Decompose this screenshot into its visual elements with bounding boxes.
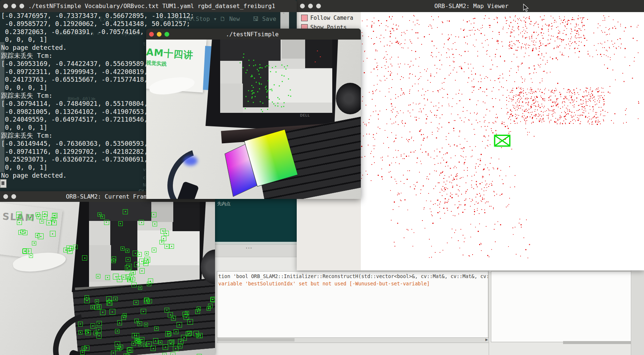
terminal-titlebar[interactable]: ./testNFTsimple Vocabulary/ORBvoc.txt TU… [0,0,297,12]
checkbox-icon[interactable] [301,15,308,21]
splitter-handle-icon[interactable]: ··· [246,246,253,251]
desktop: 先内点 ··· tion 'bool ORB_SLAM2::Initialize… [0,0,644,355]
messages-scrollbar[interactable]: ▶ [217,337,489,343]
dell-logo: DELL [300,114,310,117]
scrollbar-up-arrow-icon[interactable]: ˄ [283,12,285,16]
red-mark [315,62,316,62]
ide-code-scrollbar[interactable] [215,242,297,244]
follow-camera-option[interactable]: Follow Camera [301,15,353,21]
ide-build-messages[interactable]: tion 'bool ORB_SLAM2::Initializer::Recon… [217,271,488,338]
ide-output-panel[interactable] [491,271,631,342]
cable-blue-glow [184,156,197,166]
mouse-cursor-icon [523,4,529,12]
follow-camera-label: Follow Camera [310,15,353,21]
current-frame-window: ORB-SLAM2: Current Frame SLAM [0,191,215,355]
ide-code-comment: 先内点 [217,201,230,207]
ide-code-panel: 先内点 [215,199,297,244]
ide-side-tab-bleed [0,42,4,172]
terminal-title: ./testNFTsimple Vocabulary/ORBvoc.txt TU… [28,3,275,10]
close-button-icon[interactable] [149,32,154,37]
ide-right-scrollbar[interactable] [631,270,644,355]
red-mark [317,51,318,51]
nft-window: ./testNFTsimple AM十四讲 视觉实践 DELL [146,29,361,199]
ide-gutter-icon [0,179,7,188]
book-subtitle-text: 视觉实践 [146,60,167,68]
ide-splitter[interactable]: ··· [215,244,297,257]
red-mark [320,56,321,57]
map-viewer-titlebar[interactable]: ORB-SLAM2: Map Viewer [297,0,644,12]
ar-camera-view: AM十四讲 视觉实践 DELL [146,40,361,199]
window-button-icon[interactable] [19,4,24,8]
camera-frame-view: SLAM [0,202,215,355]
scrollbar-thumb[interactable] [218,338,295,341]
compiler-warning-context: tion 'bool ORB_SLAM2::Initializer::Recon… [218,273,488,279]
ide-panel-divider [489,270,489,355]
current-frame-title: ORB-SLAM2: Current Frame [66,193,151,200]
window-button-icon[interactable] [3,194,8,199]
window-button-icon[interactable] [11,194,16,199]
compiler-warning-message: variable 'bestSolutionIdx' set but not u… [218,281,430,286]
camera-frustum-icon [494,135,510,147]
window-button-icon[interactable] [3,4,8,8]
window-button-icon[interactable] [11,4,16,8]
laptop-screen-content [220,40,332,113]
book-title-text: AM十四讲 [146,46,194,62]
window-button-icon[interactable] [316,4,321,8]
fan-image [336,83,361,114]
window-button-icon[interactable] [308,4,313,8]
window-button-icon[interactable] [300,4,305,8]
ide-bottom-scroll-thumb[interactable] [563,341,631,344]
nft-title: ./testNFTsimple [226,31,279,38]
map-viewer-title: ORB-SLAM2: Map Viewer [434,3,508,10]
maximize-button-icon[interactable] [164,32,169,37]
scrollbar-right-arrow-icon[interactable]: ▶ [485,338,488,341]
minimize-button-icon[interactable] [157,32,162,37]
nft-titlebar[interactable]: ./testNFTsimple [146,29,361,40]
map-3d-view[interactable] [361,12,644,270]
